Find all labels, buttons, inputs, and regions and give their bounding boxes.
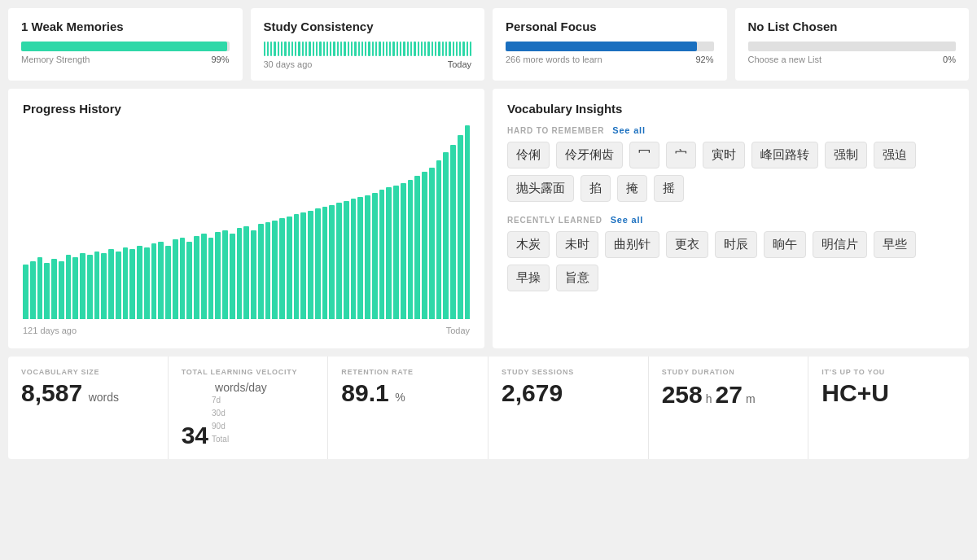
study-sessions-value-row: 2,679: [502, 381, 635, 405]
recently-learned-chip[interactable]: 时辰: [715, 231, 757, 258]
consistency-segment: [467, 42, 468, 56]
hard-to-remember-chip[interactable]: 峰回路转: [751, 142, 818, 168]
hard-to-remember-label: HARD TO REMEMBER See all: [507, 125, 954, 135]
chart-bar: [351, 199, 357, 319]
chart-bar: [357, 197, 363, 319]
recently-learned-chip[interactable]: 木炭: [507, 231, 550, 258]
consistency-segment: [348, 42, 349, 56]
recently-learned-chip[interactable]: 旨意: [556, 265, 598, 291]
recently-learned-chip[interactable]: 早些: [874, 231, 916, 258]
chart-bar: [66, 255, 72, 319]
chart-bar: [272, 221, 278, 319]
chart-bar: [287, 217, 292, 319]
consistency-segment: [392, 42, 394, 56]
consistency-segment: [284, 42, 286, 56]
vocab-size-unit: words: [89, 391, 119, 404]
chart-bar: [30, 261, 36, 319]
duration-hours-unit: h: [706, 392, 712, 405]
chart-bar: [165, 246, 171, 319]
retention-rate-value: 89.1: [341, 379, 388, 406]
learning-velocity-stat: TOTAL LEARNING VELOCITY 34 words/day 7d …: [169, 357, 329, 459]
no-list-right-label: 0%: [943, 55, 956, 64]
recently-learned-chip[interactable]: 明信片: [813, 231, 867, 258]
hard-to-remember-chip[interactable]: 掐: [581, 175, 611, 202]
chart-bar: [372, 193, 378, 319]
chart-bar: [194, 236, 199, 319]
chart-bar: [230, 234, 235, 319]
consistency-segment: [337, 42, 339, 56]
retention-rate-label: RETENTION RATE: [341, 368, 475, 376]
consistency-segment: [410, 42, 412, 56]
hard-to-remember-chip[interactable]: 伶俐: [507, 142, 550, 168]
study-consistency-left-label: 30 days ago: [264, 59, 313, 69]
study-duration-stat: STUDY DURATION 258 h 27 m: [649, 357, 809, 459]
consistency-segment: [291, 42, 293, 56]
hard-to-remember-chip[interactable]: 抛头露面: [507, 175, 574, 202]
chart-right-label: Today: [446, 326, 470, 335]
recently-learned-chip[interactable]: 晌午: [764, 231, 806, 258]
no-list-left-label: Choose a new List: [748, 55, 822, 64]
consistency-segment: [323, 42, 325, 56]
hard-to-remember-chip[interactable]: 冖: [629, 142, 659, 168]
personal-focus-card: Personal Focus 266 more words to learn 9…: [493, 8, 727, 81]
consistency-segment: [414, 42, 415, 56]
hard-to-remember-chip[interactable]: 摇: [654, 175, 684, 202]
consistency-segment: [421, 42, 423, 56]
hard-to-remember-chip[interactable]: 宀: [666, 142, 696, 168]
recently-learned-chip[interactable]: 早操: [507, 265, 550, 291]
consistency-segment: [432, 42, 433, 56]
retention-rate-value-row: 89.1 %: [341, 381, 475, 405]
chart-bar: [308, 211, 313, 319]
recently-learned-chips: 木炭未时曲别针更衣时辰晌午明信片早些早操旨意: [507, 231, 954, 291]
recently-learned-chip[interactable]: 更衣: [666, 231, 708, 258]
chart-bar: [300, 212, 306, 319]
hard-to-remember-chip[interactable]: 强制: [825, 142, 867, 168]
chart-bar: [94, 252, 100, 319]
recently-learned-label: RECENTLY LEARNED See all: [507, 215, 954, 225]
progress-history-title: Progress History: [23, 102, 470, 116]
consistency-segment: [278, 42, 279, 56]
hard-to-remember-chip[interactable]: 强迫: [874, 142, 916, 168]
hard-to-remember-see-all[interactable]: See all: [612, 125, 645, 135]
velocity-container: 34 words/day 7d 30d 90d Total: [182, 381, 315, 448]
consistency-bar: [264, 42, 472, 56]
chart-bar: [215, 232, 221, 319]
hard-to-remember-chip[interactable]: 伶牙俐齿: [556, 142, 623, 168]
hard-to-remember-chip[interactable]: 寅时: [703, 142, 745, 168]
chart-bar: [450, 145, 456, 319]
chart-bar: [144, 247, 150, 319]
velocity-side-labels: 7d 30d 90d Total: [212, 394, 267, 448]
consistency-segment: [375, 42, 377, 56]
chart-bar: [151, 243, 157, 319]
chart-bar: [208, 238, 214, 319]
retention-rate-unit: %: [395, 391, 405, 404]
vocab-size-stat: VOCABULARY SIZE 8,587 words: [8, 357, 169, 459]
weak-memories-card: 1 Weak Memories Memory Strength 99%: [8, 8, 243, 81]
chart-bar: [401, 183, 406, 319]
recently-learned-chip[interactable]: 未时: [556, 231, 598, 258]
top-stats-row: 1 Weak Memories Memory Strength 99% Stud…: [8, 8, 969, 81]
chart-bar: [51, 259, 57, 319]
chart-bar: [294, 214, 300, 319]
chart-bar: [72, 257, 78, 319]
consistency-segment: [368, 42, 370, 56]
its-up-to-you-stat: IT'S UP TO YOU HC+U: [808, 357, 969, 459]
chart-bar: [173, 239, 178, 319]
consistency-segment: [361, 42, 363, 56]
consistency-segment: [456, 42, 458, 56]
hard-to-remember-chip[interactable]: 掩: [617, 175, 647, 202]
consistency-segment: [445, 42, 447, 56]
chart-bar: [237, 228, 243, 319]
study-sessions-label: STUDY SESSIONS: [502, 368, 635, 376]
chart-bar: [279, 218, 285, 319]
chart-labels: 121 days ago Today: [23, 326, 470, 335]
consistency-segment: [453, 42, 454, 56]
study-consistency-title: Study Consistency: [264, 20, 472, 33]
duration-hours-value: 258: [662, 381, 703, 409]
chart-bar: [414, 176, 420, 319]
consistency-segment: [438, 42, 440, 56]
recently-learned-chip[interactable]: 曲别针: [605, 231, 659, 258]
chart-bar: [336, 203, 342, 319]
consistency-segment: [313, 42, 314, 56]
recently-learned-see-all[interactable]: See all: [611, 215, 643, 225]
